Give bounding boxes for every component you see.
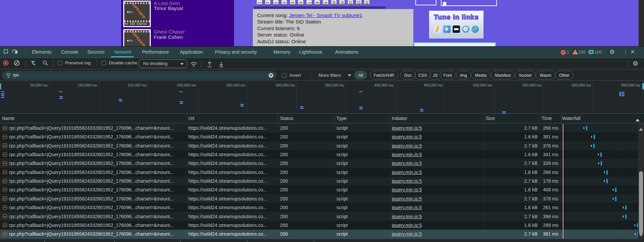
column-header-name[interactable]: Name	[2, 114, 14, 123]
filter-icon[interactable]	[30, 60, 36, 66]
initiator-link[interactable]: jquery.min.js:5	[392, 143, 422, 148]
tab-lighthouse[interactable]: Lighthouse	[299, 47, 322, 58]
table-row[interactable]: rpc.php?callback=jQuery19101855824332801…	[0, 185, 644, 194]
initiator-link[interactable]: jquery.min.js:5	[392, 214, 422, 219]
column-header-status[interactable]: Status	[280, 114, 293, 123]
import-har-icon[interactable]	[206, 61, 213, 68]
browser-scrollbar[interactable]	[639, 0, 644, 47]
filter-chip-wasm[interactable]: Wasm	[536, 71, 555, 79]
close-devtools-icon[interactable]: ×	[631, 48, 635, 56]
scrollbar-thumb[interactable]	[639, 171, 643, 234]
inspect-element-icon[interactable]	[3, 49, 9, 54]
page-number-button[interactable]: 12	[348, 0, 353, 5]
tab-memory[interactable]: Memory	[273, 47, 290, 58]
page-number-button[interactable]: 14	[364, 0, 370, 5]
initiator-link[interactable]: jquery.min.js:5	[392, 134, 422, 139]
scroll-down-arrow[interactable]	[639, 234, 643, 237]
tab-sources[interactable]: Sources	[87, 47, 104, 58]
initiator-link[interactable]: jquery.min.js:5	[392, 231, 422, 237]
network-settings-gear-icon[interactable]: ⚙	[633, 60, 638, 67]
more-filters-label[interactable]: More filters	[319, 73, 341, 78]
wmp-icon[interactable]	[443, 25, 451, 33]
invert-label[interactable]: Invert	[289, 73, 301, 78]
initiator-link[interactable]: jquery.min.js:5	[392, 178, 422, 184]
clear-network-log-button[interactable]	[14, 60, 19, 66]
table-row[interactable]: rpc.php?callback=jQuery19101855824332801…	[0, 124, 644, 132]
tab-application[interactable]: Application	[180, 47, 203, 58]
table-row[interactable]: rpc.php?callback=jQuery19101855824332801…	[0, 230, 644, 238]
globe-icon[interactable]	[471, 25, 479, 33]
export-har-icon[interactable]	[218, 61, 224, 68]
disable-cache-label[interactable]: Disable cache	[109, 60, 137, 65]
filter-chip-all[interactable]: All	[354, 71, 367, 79]
settings-gear-icon[interactable]: ⚙	[609, 48, 615, 56]
table-row[interactable]: rpc.php?callback=jQuery19101855824332801…	[0, 168, 644, 177]
page-input-large[interactable]	[441, 0, 497, 6]
issues-icon[interactable]	[589, 50, 594, 54]
search-icon[interactable]	[42, 60, 48, 66]
filter-chip-fetch-xhr[interactable]: Fetch/XHR	[370, 71, 398, 79]
network-conditions-icon[interactable]	[190, 61, 197, 68]
throttling-dropdown[interactable]: No throttling	[139, 59, 187, 68]
filter-chip-doc[interactable]: Doc	[400, 71, 416, 79]
table-row[interactable]: rpc.php?callback=jQuery19101855824332801…	[0, 194, 644, 203]
column-header-type[interactable]: Type	[336, 114, 347, 123]
filter-chip-img[interactable]: Img	[456, 71, 471, 79]
kebab-menu-icon[interactable]: ⋮	[623, 49, 628, 55]
winamp-icon[interactable]	[434, 25, 441, 33]
initiator-link[interactable]: jquery.min.js:5	[392, 170, 422, 175]
tab-performance[interactable]: Performance	[142, 47, 169, 58]
filter-chip-socket[interactable]: Socket	[515, 71, 536, 79]
tab-elements[interactable]: Elements	[32, 47, 51, 58]
overview-right-handle[interactable]	[642, 83, 644, 89]
page-input-small[interactable]	[415, 0, 436, 5]
initiator-link[interactable]: jquery.min.js:5	[392, 187, 422, 192]
table-row[interactable]: rpc.php?callback=jQuery19101855824332801…	[0, 159, 644, 168]
page-number-button[interactable]: 2	[265, 0, 271, 5]
filter-chip-other[interactable]: Other	[555, 71, 573, 79]
table-scrollbar[interactable]	[638, 124, 644, 239]
page-number-button[interactable]: 4	[281, 0, 287, 5]
initiator-link[interactable]: jquery.min.js:5	[392, 152, 422, 157]
filter-chip-manifest[interactable]: Manifest	[491, 71, 515, 79]
column-header-size[interactable]: Size	[486, 114, 495, 123]
scroll-up-arrow[interactable]	[639, 128, 643, 131]
initiator-link[interactable]: jquery.min.js:5	[392, 196, 422, 201]
preserve-log-checkbox[interactable]	[58, 61, 62, 65]
warning-count[interactable]: 100	[578, 50, 586, 55]
page-number-button[interactable]: 5	[290, 0, 295, 5]
console-warnings-icon[interactable]: !	[572, 50, 578, 54]
page-number-button[interactable]: 13	[356, 0, 362, 5]
table-row[interactable]: rpc.php?callback=jQuery19101855824332801…	[0, 150, 644, 159]
page-number-button[interactable]: 6	[298, 0, 304, 5]
table-row[interactable]: rpc.php?callback=jQuery19101855824332801…	[0, 221, 644, 230]
overview-left-handle[interactable]	[0, 83, 1, 89]
page-number-button[interactable]: 9	[323, 0, 328, 5]
initiator-link[interactable]: jquery.min.js:5	[392, 223, 422, 228]
vlc-icon[interactable]	[453, 25, 460, 33]
record-network-log-button[interactable]	[3, 60, 8, 66]
current-song-link[interactable]: Jeroen Tel - Smash TV subtune1	[289, 12, 362, 18]
initiator-link[interactable]: jquery.min.js:5	[392, 205, 422, 210]
initiator-link[interactable]: jquery.min.js:5	[392, 125, 422, 131]
tab-console[interactable]: Console	[61, 47, 78, 58]
table-row[interactable]: rpc.php?callback=jQuery19101855824332801…	[0, 141, 644, 150]
page-number-button[interactable]: 3	[273, 0, 279, 5]
invert-checkbox[interactable]	[282, 73, 287, 78]
device-toolbar-icon[interactable]	[12, 49, 18, 54]
network-overview[interactable]: 50,000 ms100,000 ms150,000 ms200,000 ms2…	[0, 81, 644, 114]
quicktime-icon[interactable]	[462, 25, 469, 33]
console-errors-icon[interactable]: ×	[561, 50, 566, 55]
error-count[interactable]: 1	[567, 50, 569, 55]
table-row[interactable]: rpc.php?callback=jQuery19101855824332801…	[0, 212, 644, 221]
initiator-link[interactable]: jquery.min.js:5	[392, 161, 422, 166]
page-number-button[interactable]: 11	[339, 0, 345, 5]
column-header-waterfall[interactable]: Waterfall	[562, 114, 581, 123]
filter-chip-media[interactable]: Media	[471, 71, 491, 79]
column-header-time[interactable]: Time	[542, 114, 552, 123]
column-header-url[interactable]: Url	[188, 114, 194, 123]
page-number-button[interactable]: 7	[306, 0, 312, 5]
page-number-button[interactable]: 8	[314, 0, 320, 5]
issues-count[interactable]: 100	[595, 50, 602, 55]
table-row[interactable]: rpc.php?callback=jQuery19101855824332801…	[0, 203, 644, 212]
